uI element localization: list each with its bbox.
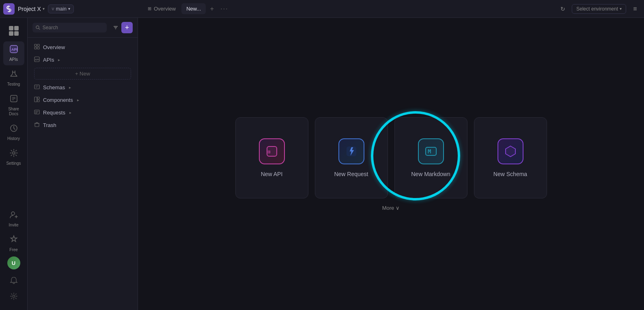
add-button[interactable]: + bbox=[121, 22, 133, 33]
topbar: Project X ▾ ⑂ main ▾ ⊞ Overview New... +… bbox=[0, 0, 644, 18]
sidebar-item-testing[interactable]: Testing bbox=[3, 66, 24, 90]
svg-line-15 bbox=[39, 28, 40, 30]
sidebar-item-history[interactable]: History bbox=[3, 121, 24, 144]
svg-text:M: M bbox=[428, 148, 431, 155]
left-panel-header: + bbox=[28, 18, 138, 38]
svg-rect-22 bbox=[37, 47, 39, 49]
sidebar-item-label-invite: Invite bbox=[9, 223, 19, 228]
history-icon bbox=[9, 124, 18, 135]
svg-rect-25 bbox=[34, 85, 39, 89]
filter-button[interactable] bbox=[110, 22, 121, 33]
new-api-label: New API bbox=[261, 171, 283, 177]
share-docs-icon bbox=[9, 94, 18, 105]
more-chevron-icon: ∨ bbox=[396, 205, 400, 211]
sidebar-item-label-free: Free bbox=[9, 248, 18, 252]
refresh-button[interactable]: ↻ bbox=[557, 3, 569, 15]
sidebar-item-label-testing: Testing bbox=[7, 82, 20, 87]
sidebar-item-share-docs[interactable]: Share Docs bbox=[3, 91, 24, 120]
topbar-left: Project X ▾ ⑂ main ▾ bbox=[3, 3, 141, 15]
notifications-icon bbox=[9, 276, 18, 285]
project-chevron-icon: ▾ bbox=[43, 6, 45, 11]
sidebar-item-settings[interactable]: Settings bbox=[3, 145, 24, 169]
bottom-settings-icon bbox=[10, 292, 18, 300]
new-request-card[interactable]: New Request bbox=[315, 117, 388, 198]
svg-point-10 bbox=[11, 212, 15, 215]
nav-item-trash[interactable]: Trash bbox=[28, 119, 138, 131]
topbar-menu-button[interactable]: ≡ bbox=[629, 3, 641, 15]
more-tabs-button[interactable]: ··· bbox=[218, 4, 230, 14]
sidebar-item-label-settings: Settings bbox=[6, 161, 21, 166]
svg-rect-30 bbox=[37, 100, 39, 102]
new-item-button[interactable]: + New bbox=[34, 68, 131, 80]
svg-rect-21 bbox=[34, 47, 37, 49]
sidebar-item-bottom-settings[interactable] bbox=[3, 289, 24, 304]
svg-text:API: API bbox=[11, 47, 17, 52]
new-schema-card[interactable]: New Schema bbox=[474, 117, 547, 198]
svg-rect-28 bbox=[34, 97, 37, 102]
nav-item-requests[interactable]: Requests ▸ bbox=[28, 106, 138, 119]
nav-item-schemas[interactable]: Schemas ▸ bbox=[28, 81, 138, 94]
branch-chevron-icon: ▾ bbox=[68, 6, 70, 11]
new-markdown-card[interactable]: M New Markdown bbox=[394, 117, 467, 198]
sidebar-item-label-share-docs: Share Docs bbox=[5, 107, 23, 116]
left-panel-content: Overview API APIs ▸ + New bbox=[28, 38, 138, 310]
new-markdown-label: New Markdown bbox=[411, 171, 450, 177]
components-chevron-icon: ▸ bbox=[77, 98, 79, 102]
branch-icon: ⑂ bbox=[52, 6, 54, 11]
nav-item-components[interactable]: Components ▸ bbox=[28, 94, 138, 106]
team-icon[interactable] bbox=[3, 3, 15, 15]
add-tab-button[interactable]: + bbox=[207, 4, 217, 14]
testing-icon bbox=[9, 69, 18, 80]
apis-chevron-icon: ▸ bbox=[58, 58, 60, 62]
more-link[interactable]: More ∨ bbox=[382, 205, 400, 211]
sidebar-item-label-apis: APIs bbox=[9, 57, 18, 62]
tab-overview[interactable]: ⊞ Overview bbox=[143, 3, 181, 14]
search-box[interactable] bbox=[32, 23, 107, 32]
icon-sidebar: API APIs Testing bbox=[0, 18, 28, 310]
new-api-card[interactable]: ⊞ New API bbox=[235, 117, 308, 198]
sidebar-item-apis[interactable]: API APIs bbox=[3, 41, 24, 65]
svg-point-13 bbox=[13, 295, 15, 297]
sidebar-item-notifications[interactable] bbox=[3, 273, 24, 288]
environment-selector[interactable]: Select environment ▾ bbox=[572, 4, 626, 14]
tab-overview-icon: ⊞ bbox=[148, 6, 151, 11]
apis-icon: API bbox=[9, 45, 18, 56]
project-name[interactable]: Project X ▾ bbox=[18, 6, 45, 12]
requests-chevron-icon: ▸ bbox=[69, 110, 71, 115]
nav-item-apis[interactable]: API APIs ▸ bbox=[28, 54, 138, 66]
overview-icon bbox=[34, 44, 40, 51]
schemas-chevron-icon: ▸ bbox=[69, 85, 71, 90]
new-request-icon bbox=[338, 138, 364, 164]
settings-icon bbox=[9, 149, 18, 159]
more-row: More ∨ bbox=[235, 205, 547, 211]
components-icon bbox=[34, 97, 40, 103]
sidebar-item-apps[interactable] bbox=[3, 21, 24, 41]
main-content: ⊞ New API New Request bbox=[138, 18, 644, 310]
apps-icon bbox=[7, 24, 20, 37]
topbar-right: ↻ Select environment ▾ ≡ bbox=[557, 3, 641, 15]
new-schema-icon bbox=[498, 138, 523, 164]
nav-item-overview[interactable]: Overview bbox=[28, 41, 138, 54]
cards-container: ⊞ New API New Request bbox=[235, 117, 547, 198]
svg-text:API: API bbox=[35, 58, 39, 61]
filter-icon bbox=[113, 25, 118, 30]
icon-sidebar-bottom: Invite Free U bbox=[3, 207, 24, 307]
svg-text:⊞: ⊞ bbox=[268, 149, 271, 155]
user-avatar[interactable]: U bbox=[7, 256, 20, 269]
trash-icon bbox=[34, 122, 40, 129]
svg-rect-35 bbox=[35, 123, 39, 127]
left-panel: + Overview API bbox=[28, 18, 138, 310]
sidebar-item-free[interactable]: Free bbox=[3, 232, 24, 256]
invite-icon bbox=[9, 210, 18, 221]
branch-selector[interactable]: ⑂ main ▾ bbox=[48, 4, 74, 13]
new-markdown-icon: M bbox=[418, 138, 444, 164]
schemas-icon bbox=[34, 84, 40, 91]
new-schema-label: New Schema bbox=[493, 171, 527, 177]
svg-point-9 bbox=[13, 152, 15, 154]
new-request-label: New Request bbox=[334, 171, 368, 177]
icon-sidebar-top: API APIs Testing bbox=[3, 21, 24, 206]
tab-new[interactable]: New... bbox=[181, 3, 206, 14]
sidebar-item-invite[interactable]: Invite bbox=[3, 207, 24, 231]
search-input[interactable] bbox=[43, 25, 103, 30]
requests-icon bbox=[34, 109, 40, 116]
